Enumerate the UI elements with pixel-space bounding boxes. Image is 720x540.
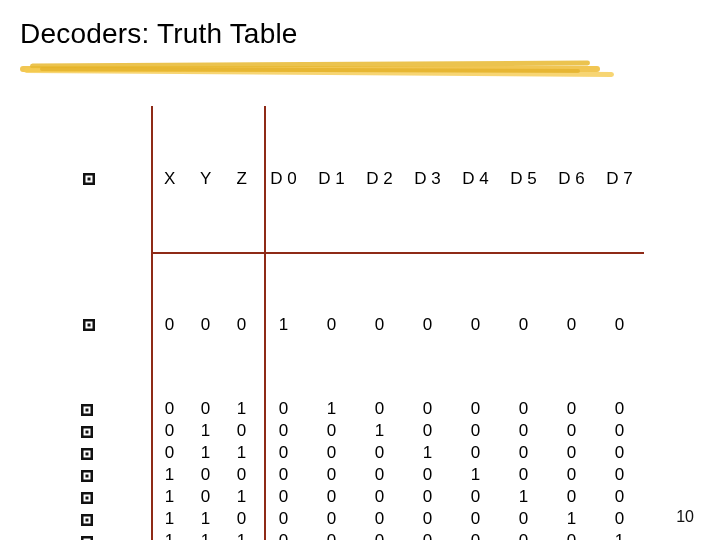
cell-d2: 0	[356, 530, 404, 540]
cell-d1: 0	[308, 508, 356, 530]
cell-d2: 0	[356, 464, 404, 486]
cell-d7: 0	[596, 486, 644, 508]
col-header-d0: D 0	[260, 106, 308, 252]
cell-d0: 0	[260, 508, 308, 530]
cell-x: 1	[152, 530, 188, 540]
table-row: 1 1 0 0 0 0 0 0 0 1 0	[22, 508, 644, 530]
cell-d2: 0	[356, 252, 404, 398]
cell-d5: 0	[500, 252, 548, 398]
svg-rect-20	[85, 496, 88, 499]
col-header-x: X	[152, 106, 188, 252]
cell-d5: 0	[500, 464, 548, 486]
col-header-y: Y	[188, 106, 224, 252]
cell-x: 1	[152, 486, 188, 508]
title-block: Decoders: Truth Table	[20, 18, 700, 50]
cell-d6: 0	[548, 530, 596, 540]
table-row: 0 1 0 0 0 1 0 0 0 0 0	[22, 420, 644, 442]
cell-z: 0	[224, 420, 260, 442]
cell-d2: 0	[356, 508, 404, 530]
cell-d5: 0	[500, 508, 548, 530]
cell-d0: 0	[260, 464, 308, 486]
brush-underline	[20, 62, 620, 76]
cell-d7: 0	[596, 464, 644, 486]
cell-d5: 0	[500, 420, 548, 442]
bullet-icon	[80, 513, 94, 527]
col-header-d2: D 2	[356, 106, 404, 252]
cell-x: 1	[152, 508, 188, 530]
cell-x: 0	[152, 398, 188, 420]
cell-x: 0	[152, 252, 188, 398]
bullet-icon	[80, 447, 94, 461]
bullet-header-cell	[22, 106, 152, 252]
table-row: 1 1 1 0 0 0 0 0 0 0 1	[22, 530, 644, 540]
cell-d3: 0	[404, 530, 452, 540]
cell-z: 0	[224, 464, 260, 486]
table-row: 0 0 0 1 0 0 0 0 0 0 0	[22, 252, 644, 398]
cell-x: 0	[152, 420, 188, 442]
cell-y: 1	[188, 420, 224, 442]
cell-y: 0	[188, 464, 224, 486]
cell-z: 0	[224, 508, 260, 530]
slide: Decoders: Truth Table	[0, 0, 720, 540]
cell-d3: 1	[404, 442, 452, 464]
cell-d3: 0	[404, 464, 452, 486]
table-rule-horizontal	[151, 252, 644, 254]
cell-d3: 0	[404, 398, 452, 420]
cell-d1: 0	[308, 486, 356, 508]
truth-table: X Y Z D 0 D 1 D 2 D 3 D 4 D 5 D 6 D 7	[22, 106, 644, 540]
cell-d7: 1	[596, 530, 644, 540]
cell-d3: 0	[404, 508, 452, 530]
table-body: 0 0 0 1 0 0 0 0 0 0 0 0 0 1 0	[22, 252, 644, 540]
cell-d7: 0	[596, 252, 644, 398]
cell-d1: 0	[308, 420, 356, 442]
cell-d1: 0	[308, 442, 356, 464]
cell-y: 1	[188, 508, 224, 530]
cell-d4: 0	[452, 398, 500, 420]
table-row: 1 0 1 0 0 0 0 0 1 0 0	[22, 486, 644, 508]
cell-z: 1	[224, 442, 260, 464]
bullet-cell	[22, 252, 152, 398]
cell-d5: 1	[500, 486, 548, 508]
cell-d2: 0	[356, 398, 404, 420]
cell-d0: 0	[260, 530, 308, 540]
table-rule-vertical-1	[151, 106, 153, 540]
svg-rect-2	[88, 178, 91, 181]
cell-y: 1	[188, 530, 224, 540]
bullet-icon	[80, 403, 94, 417]
page-number: 10	[676, 508, 694, 526]
table-row: 0 0 1 0 1 0 0 0 0 0 0	[22, 398, 644, 420]
bullet-icon	[80, 425, 94, 439]
cell-z: 1	[224, 486, 260, 508]
svg-rect-14	[85, 452, 88, 455]
cell-d7: 0	[596, 398, 644, 420]
cell-x: 1	[152, 464, 188, 486]
cell-d6: 0	[548, 420, 596, 442]
cell-d4: 0	[452, 420, 500, 442]
cell-y: 0	[188, 486, 224, 508]
cell-d5: 0	[500, 442, 548, 464]
cell-d4: 0	[452, 442, 500, 464]
cell-d7: 0	[596, 508, 644, 530]
cell-d2: 0	[356, 486, 404, 508]
table-area: X Y Z D 0 D 1 D 2 D 3 D 4 D 5 D 6 D 7	[22, 106, 702, 540]
cell-d1: 0	[308, 530, 356, 540]
bullet-icon	[80, 469, 94, 483]
cell-d2: 0	[356, 442, 404, 464]
col-header-d1: D 1	[308, 106, 356, 252]
cell-d4: 0	[452, 252, 500, 398]
cell-z: 1	[224, 530, 260, 540]
svg-rect-11	[85, 430, 88, 433]
cell-d5: 0	[500, 398, 548, 420]
bullet-icon	[80, 535, 94, 540]
cell-d0: 0	[260, 442, 308, 464]
cell-d6: 0	[548, 252, 596, 398]
cell-d1: 1	[308, 398, 356, 420]
cell-z: 0	[224, 252, 260, 398]
cell-d0: 1	[260, 252, 308, 398]
cell-y: 0	[188, 252, 224, 398]
cell-d3: 0	[404, 420, 452, 442]
cell-d0: 0	[260, 398, 308, 420]
cell-d0: 0	[260, 420, 308, 442]
svg-rect-5	[88, 324, 91, 327]
bullet-icon	[82, 274, 144, 376]
